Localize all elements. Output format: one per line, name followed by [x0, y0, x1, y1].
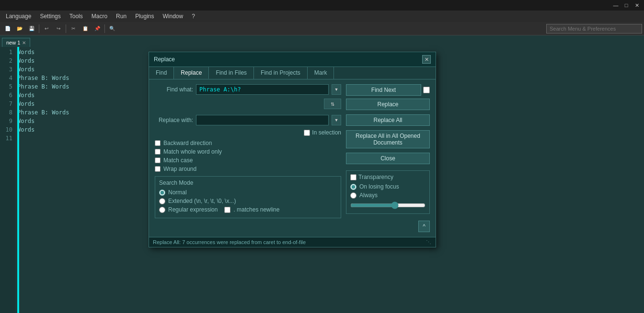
- redo-btn[interactable]: ↪: [53, 23, 64, 34]
- dialog-close-button[interactable]: ✕: [422, 55, 431, 64]
- paste-btn[interactable]: 📌: [92, 23, 103, 34]
- tab-new1[interactable]: new 1 ✕: [2, 38, 30, 47]
- dialog-tab-find-in-projects[interactable]: Find in Projects: [254, 67, 308, 79]
- extended-radio[interactable]: [159, 198, 165, 204]
- replace-with-row: Replace with: ▼: [155, 115, 341, 125]
- dialog-right: Find Next Replace Replace All Replace Al…: [346, 84, 430, 232]
- dialog-left: Find what: ▼ ⇅ Replace with: ▼: [155, 84, 341, 232]
- menu-macro[interactable]: Macro: [88, 12, 111, 21]
- replace-button[interactable]: Replace: [346, 99, 430, 110]
- match-case-label: Match case: [163, 157, 193, 164]
- replace-all-button[interactable]: Replace All: [346, 114, 430, 126]
- match-case-checkbox[interactable]: [155, 157, 161, 163]
- dialog-tab-replace[interactable]: Replace: [174, 67, 209, 79]
- transparency-slider[interactable]: [350, 201, 426, 209]
- tab-label: new 1: [6, 40, 20, 45]
- wrap-around-checkbox[interactable]: [155, 166, 161, 172]
- line-num-4: 4: [0, 74, 12, 82]
- normal-radio[interactable]: [159, 190, 165, 196]
- regex-radio[interactable]: [159, 207, 165, 213]
- search-mode-title: Search Mode: [159, 179, 337, 186]
- line-num-5: 5: [0, 82, 12, 91]
- save-btn[interactable]: 💾: [26, 23, 37, 34]
- regex-radio-row: Regular expression . matches newline: [159, 206, 337, 213]
- scroll-up-button[interactable]: ^: [418, 221, 430, 232]
- line-num-1: 1: [0, 48, 12, 56]
- transparency-section: Transparency On losing focus Always: [346, 170, 430, 214]
- extended-radio-row: Extended (\n, \r, \t, \0, \x...): [159, 198, 337, 204]
- replace-with-input[interactable]: [196, 115, 329, 125]
- dialog-tab-mark[interactable]: Mark: [308, 67, 334, 79]
- tab-bar: new 1 ✕: [0, 35, 644, 47]
- matches-newline-label: . matches newline: [233, 206, 279, 213]
- tab-close-icon[interactable]: ✕: [22, 40, 26, 45]
- toolbar: 📄 📂 💾 ↩ ↪ ✂ 📋 📌 🔍: [0, 22, 644, 35]
- copy-btn[interactable]: 📋: [80, 23, 91, 34]
- close-button[interactable]: Close: [346, 153, 430, 164]
- match-case-row: Match case: [155, 157, 341, 164]
- menu-bar: Language Settings Tools Macro Run Plugin…: [0, 11, 644, 22]
- cut-btn[interactable]: ✂: [68, 23, 79, 34]
- in-selection-label: In selection: [312, 129, 341, 136]
- matches-newline-checkbox[interactable]: [224, 207, 230, 213]
- dialog-tab-find[interactable]: Find: [149, 67, 174, 79]
- transparency-slider-container: [350, 201, 426, 211]
- in-selection-checkbox[interactable]: [304, 130, 310, 136]
- menu-settings[interactable]: Settings: [36, 12, 64, 21]
- find-btn[interactable]: 🔍: [106, 23, 118, 34]
- swap-btn[interactable]: ⇅: [324, 99, 341, 109]
- resize-handle[interactable]: ⋱: [426, 239, 432, 245]
- menu-help[interactable]: ?: [188, 12, 199, 21]
- backward-checkbox[interactable]: [155, 140, 161, 146]
- whole-word-label: Match whole word only: [163, 148, 222, 155]
- open-btn[interactable]: 📂: [14, 23, 25, 34]
- on-losing-focus-row: On losing focus: [350, 183, 426, 190]
- backward-label: Backward direction: [163, 140, 212, 146]
- dialog-tab-find-in-files[interactable]: Find in Files: [209, 67, 254, 79]
- close-btn[interactable]: ✕: [632, 0, 642, 11]
- whole-word-checkbox[interactable]: [155, 149, 161, 155]
- transparency-checkbox[interactable]: [350, 174, 356, 180]
- in-selection-row: In selection: [155, 129, 341, 136]
- title-bar: — □ ✕: [0, 0, 644, 11]
- menu-plugins[interactable]: Plugins: [131, 12, 158, 21]
- whole-word-row: Match whole word only: [155, 148, 341, 155]
- replace-dropdown-btn[interactable]: ▼: [332, 115, 341, 125]
- toolbar-sep-1: [39, 24, 39, 33]
- extended-label: Extended (\n, \r, \t, \0, \x...): [168, 198, 236, 204]
- maximize-btn[interactable]: □: [621, 0, 632, 11]
- undo-btn[interactable]: ↩: [41, 23, 52, 34]
- replace-dialog: Replace ✕ Find Replace Find in Files Fin…: [149, 52, 436, 247]
- dialog-tabs: Find Replace Find in Files Find in Proje…: [149, 67, 436, 79]
- on-losing-focus-radio[interactable]: [350, 184, 356, 190]
- find-next-button[interactable]: Find Next: [346, 84, 421, 96]
- search-mode-box: Search Mode Normal Extended (\n, \r, \t,…: [155, 176, 341, 218]
- wrap-around-label: Wrap around: [163, 166, 196, 172]
- replace-with-label: Replace with:: [155, 117, 193, 123]
- find-what-input[interactable]: [196, 84, 329, 95]
- menu-tools[interactable]: Tools: [66, 12, 87, 21]
- always-radio[interactable]: [350, 192, 356, 199]
- line-num-8: 8: [0, 108, 12, 117]
- line-num-3: 3: [0, 65, 12, 74]
- normal-label: Normal: [168, 189, 187, 196]
- dialog-title-bar: Replace ✕: [149, 52, 436, 67]
- find-what-row: Find what: ▼: [155, 84, 341, 95]
- line-num-6: 6: [0, 91, 12, 100]
- line-num-11: 11: [0, 134, 12, 143]
- always-label: Always: [359, 192, 378, 199]
- menu-language[interactable]: Language: [2, 12, 35, 21]
- minimize-btn[interactable]: —: [610, 0, 621, 11]
- status-text: Replace All: 7 occurrences were replaced…: [153, 239, 306, 245]
- replace-all-opened-button[interactable]: Replace All in All Opened Documents: [346, 130, 430, 148]
- on-losing-focus-label: On losing focus: [359, 183, 399, 190]
- find-dropdown-btn[interactable]: ▼: [332, 84, 341, 95]
- wrap-around-row: Wrap around: [155, 166, 341, 172]
- new-file-btn[interactable]: 📄: [2, 23, 13, 34]
- menu-window[interactable]: Window: [159, 12, 187, 21]
- search-input[interactable]: [546, 24, 642, 34]
- transparency-label: Transparency: [358, 174, 393, 180]
- find-next-checkbox[interactable]: [423, 87, 430, 93]
- menu-run[interactable]: Run: [112, 12, 130, 21]
- find-what-label: Find what:: [155, 86, 193, 93]
